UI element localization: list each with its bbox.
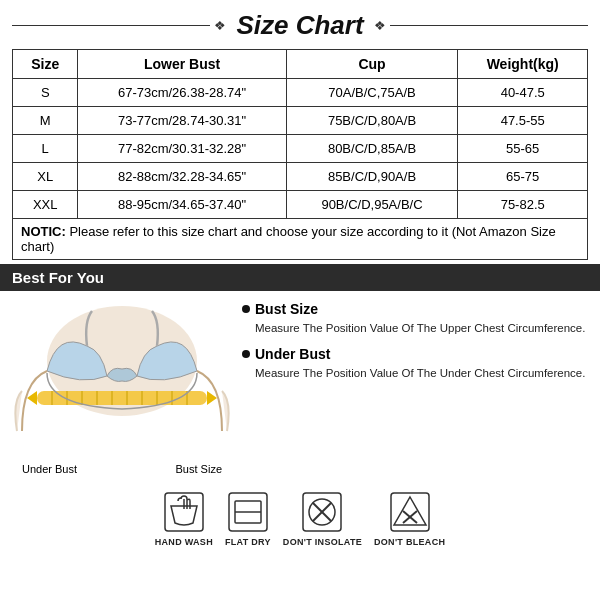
cell-lowerBust: 88-95cm/34.65-37.40" xyxy=(78,191,286,219)
care-handwash: HAND WASH xyxy=(155,491,213,547)
table-row: XL82-88cm/32.28-34.65"85B/C/D,90A/B65-75 xyxy=(13,163,588,191)
table-header-row: Size Lower Bust Cup Weight(kg) xyxy=(13,50,588,79)
cell-size: L xyxy=(13,135,78,163)
bust-size-label: Bust Size xyxy=(176,463,222,475)
svg-marker-12 xyxy=(27,391,37,405)
bullet-icon xyxy=(242,305,250,313)
cell-cup: 70A/B/C,75A/B xyxy=(286,79,458,107)
measurement-info: Bust Size Measure The Position Value Of … xyxy=(242,301,588,475)
cell-size: XL xyxy=(13,163,78,191)
flatdry-label: FLAT DRY xyxy=(225,537,271,547)
noinsolate-icon xyxy=(301,491,343,533)
cell-weight: 40-47.5 xyxy=(458,79,588,107)
care-nobleach: DON'T BLEACH xyxy=(374,491,445,547)
table-row: XXL88-95cm/34.65-37.40"90B/C/D,95A/B/C75… xyxy=(13,191,588,219)
bra-labels: Under Bust Bust Size xyxy=(12,463,232,475)
cell-lowerBust: 82-88cm/32.28-34.65" xyxy=(78,163,286,191)
noinsolate-label: DON'T INSOLATE xyxy=(283,537,362,547)
handwash-icon xyxy=(163,491,205,533)
cell-size: S xyxy=(13,79,78,107)
cell-weight: 55-65 xyxy=(458,135,588,163)
bust-size-title: Bust Size xyxy=(242,301,588,317)
bust-size-desc: Measure The Position Value Of The Upper … xyxy=(242,320,588,336)
bullet-icon-2 xyxy=(242,350,250,358)
svg-marker-23 xyxy=(394,497,426,525)
notice-text: NOTIC: Please refer to this size chart a… xyxy=(13,219,588,260)
table-row: L77-82cm/30.31-32.28"80B/C/D,85A/B55-65 xyxy=(13,135,588,163)
chart-title: Size Chart xyxy=(236,10,363,41)
measure-item-bust: Bust Size Measure The Position Value Of … xyxy=(242,301,588,336)
measure-item-underbust: Under Bust Measure The Position Value Of… xyxy=(242,346,588,381)
care-icons-row: HAND WASH FLAT DRY DON'T INSOLATE xyxy=(0,485,600,557)
handwash-label: HAND WASH xyxy=(155,537,213,547)
svg-rect-1 xyxy=(37,391,207,405)
col-lower-bust: Lower Bust xyxy=(78,50,286,79)
flatdry-icon xyxy=(227,491,269,533)
nobleach-icon xyxy=(389,491,431,533)
col-size: Size xyxy=(13,50,78,79)
care-noinsolate: DON'T INSOLATE xyxy=(283,491,362,547)
under-bust-label: Under Bust xyxy=(22,463,77,475)
care-flatdry: FLAT DRY xyxy=(225,491,271,547)
col-cup: Cup xyxy=(286,50,458,79)
bra-illustration: Under Bust Bust Size xyxy=(12,301,232,475)
under-bust-title: Under Bust xyxy=(242,346,588,362)
best-for-you-header: Best For You xyxy=(0,264,600,291)
best-for-you-content: Under Bust Bust Size Bust Size Measure T… xyxy=(0,291,600,485)
cell-size: M xyxy=(13,107,78,135)
cell-cup: 80B/C/D,85A/B xyxy=(286,135,458,163)
cell-size: XXL xyxy=(13,191,78,219)
cell-lowerBust: 73-77cm/28.74-30.31" xyxy=(78,107,286,135)
cell-weight: 75-82.5 xyxy=(458,191,588,219)
size-chart-section: ❖ Size Chart ❖ Size Lower Bust Cup Weigh… xyxy=(0,0,600,260)
col-weight: Weight(kg) xyxy=(458,50,588,79)
cell-weight: 65-75 xyxy=(458,163,588,191)
under-bust-desc: Measure The Position Value Of The Under … xyxy=(242,365,588,381)
cell-weight: 47.5-55 xyxy=(458,107,588,135)
cell-lowerBust: 67-73cm/26.38-28.74" xyxy=(78,79,286,107)
cell-cup: 85B/C/D,90A/B xyxy=(286,163,458,191)
table-row: M73-77cm/28.74-30.31"75B/C/D,80A/B47.5-5… xyxy=(13,107,588,135)
table-row: S67-73cm/26.38-28.74"70A/B/C,75A/B40-47.… xyxy=(13,79,588,107)
title-row: ❖ Size Chart ❖ xyxy=(12,10,588,41)
size-table: Size Lower Bust Cup Weight(kg) S67-73cm/… xyxy=(12,49,588,260)
cell-cup: 90B/C/D,95A/B/C xyxy=(286,191,458,219)
cell-lowerBust: 77-82cm/30.31-32.28" xyxy=(78,135,286,163)
notice-row: NOTIC: Please refer to this size chart a… xyxy=(13,219,588,260)
svg-marker-13 xyxy=(207,391,217,405)
cell-cup: 75B/C/D,80A/B xyxy=(286,107,458,135)
nobleach-label: DON'T BLEACH xyxy=(374,537,445,547)
